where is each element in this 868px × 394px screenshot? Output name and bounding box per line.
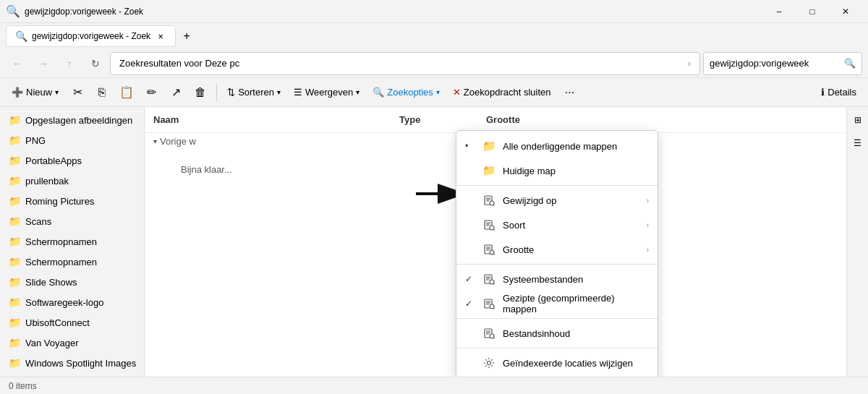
new-label: Nieuw [26,87,52,98]
menu-separator4 [456,348,658,348]
menu-separator3 [456,318,658,319]
menu-item-sort[interactable]: Soort › [456,213,658,237]
menu-check: ✓ [465,274,475,284]
sidebar-item-van-voyager[interactable]: 📁 Van Voyager [0,333,144,353]
paste-button[interactable]: 📋 [115,81,138,104]
doc-search-icon [482,297,495,310]
close-search-icon: ✕ [453,87,461,98]
up-button[interactable]: ↑ [58,52,81,75]
folder-icon: 📁 [9,175,21,187]
new-icon: ➕ [12,87,23,98]
active-tab[interactable]: 🔍 gewijzigdop:vorigeweek - Zoek ✕ [6,25,176,47]
sidebar-item-scans[interactable]: 📁 Scans [0,211,144,231]
sidebar-item-label: Schermopnamen [25,236,97,247]
folder-icon: 📁 [9,317,21,328]
menu-item-system-files[interactable]: ✓ Systeembestanden [456,267,658,291]
sidebar-item-opgeslagen-afbeeldingen[interactable]: 📁 Opgeslagen afbeeldingen [0,110,144,130]
list-view-button[interactable]: ☰ [848,133,868,153]
details-button[interactable]: ℹ Details [815,81,862,104]
sidebar-item-label: Opgeslagen afbeeldingen [25,115,132,126]
view-label: Weergeven [305,87,353,98]
svg-point-38 [488,361,491,365]
address-chevron: › [688,58,691,69]
submenu-chevron-icon: › [647,197,649,205]
sort-chevron-icon: ▾ [277,88,281,96]
menu-item-label: Geïndexeerde locaties wijzigen [503,358,649,369]
folder-icon: 📁 [9,256,21,267]
minimize-button[interactable]: – [762,0,796,23]
new-tab-button[interactable]: + [176,25,197,47]
sidebar-item-schermopnamen1[interactable]: 📁 Schermopnamen [0,231,144,252]
view-icon: ☰ [294,87,302,98]
grid-view-button[interactable]: ⊞ [848,110,868,130]
sidebar-item-schermopnamen2[interactable]: 📁 Schermopnamen [0,252,144,272]
delete-button[interactable]: 🗑 [189,81,212,104]
content-pane: Naam Type Grootte ▾ Vorige w Bijna klaar… [145,107,846,377]
sort-label: Sorteren [238,87,274,98]
navbar: ← → ↑ ↻ Zoekresultaten voor Deze pc › 🔍 [0,49,868,78]
sidebar-item-prullenbak[interactable]: 📁 prullenbak [0,171,144,191]
sidebar-item-softwaregeek-logo[interactable]: 📁 Softwaregeek-logo [0,292,144,312]
address-bar[interactable]: Zoekresultaten voor Deze pc › [110,52,700,75]
menu-item-size[interactable]: Grootte › [456,237,658,262]
folder-icon: 📁 [9,236,21,247]
svg-point-36 [490,334,494,338]
more-options-button[interactable]: ··· [558,81,582,104]
search-input[interactable] [710,58,841,69]
share-button[interactable]: ↗ [164,81,187,104]
menu-item-modified-on[interactable]: Gewijzigd op › [456,188,658,213]
view-button[interactable]: ☰ Weergeven ▾ [288,81,365,104]
svg-point-24 [490,280,494,284]
tab-close-button[interactable]: ✕ [155,30,166,42]
folder-icon: 📁 [9,134,21,146]
sidebar-item-roming-pictures[interactable]: 📁 Roming Pictures [0,191,144,211]
sidebar-item-label: Schermopnamen [25,257,97,267]
sidebar-item-windows-spotlight-images[interactable]: 📁 Windows Spotlight Images [0,353,144,373]
separator1 [216,84,217,101]
search-icon: 🔍 [844,58,856,69]
maximize-button[interactable]: □ [796,0,829,23]
menu-item-compressed-folders[interactable]: ✓ Gezipte (gecomprimeerde) mappen [456,291,658,316]
folder-icon: 📁 [9,215,21,227]
menu-item-label: Bestandsinhoud [503,328,649,339]
right-panel: ⊞ ☰ [846,107,868,377]
svg-point-6 [490,201,494,205]
doc-search-icon [482,243,495,256]
menu-item-current-folder[interactable]: 📁 Huidige map [456,158,658,183]
menu-separator2 [456,264,658,265]
close-search-button[interactable]: ✕ Zoekopdracht sluiten [447,81,557,104]
new-button[interactable]: ➕ Nieuw ▾ [6,81,64,104]
folder-icon: 📁 [9,195,21,207]
copy-button[interactable]: ⎘ [90,81,114,104]
tab-icon: 🔍 [15,30,27,42]
menu-item-file-contents[interactable]: Bestandsinhoud [456,321,658,346]
cut-button[interactable]: ✂ [66,81,89,104]
refresh-button[interactable]: ↻ [84,52,107,75]
search-bar[interactable]: 🔍 [703,52,862,75]
search-options-button[interactable]: 🔍 Zoekopties ▾ [367,81,446,104]
rename-button[interactable]: ✏ [140,81,163,104]
sort-button[interactable]: ⇅ Sorteren ▾ [221,81,286,104]
menu-separator1 [456,185,658,186]
sidebar-item-png[interactable]: 📁 PNG [0,130,144,150]
sidebar-item-label: PNG [25,135,46,146]
dropdown-menu: • 📁 Alle onderliggende mappen 📁 Huidige … [456,130,658,377]
close-search-label: Zoekopdracht sluiten [464,87,551,98]
titlebar: 🔍 gewijzigdop:vorigeweek - Zoek – □ ✕ [0,0,868,23]
folder-icon: 📁 [9,114,21,126]
close-button[interactable]: ✕ [829,0,862,23]
folder-icon: 📁 [482,140,495,153]
tab-label: gewijzigdop:vorigeweek - Zoek [32,31,150,41]
menu-item-indexed-locations[interactable]: Geïndexeerde locaties wijzigen [456,351,658,375]
column-size: Grootte [486,114,520,125]
sidebar-item-slide-shows[interactable]: 📁 Slide Shows [0,272,144,292]
sidebar-item-portableapps[interactable]: 📁 PortableApps [0,150,144,171]
sidebar-item-ubisoftconnect[interactable]: 📁 UbisoftConnect [0,312,144,333]
back-button[interactable]: ← [6,52,29,75]
svg-point-30 [490,304,494,309]
sidebar-item-label: PortableApps [25,155,82,166]
menu-item-all-subfolders[interactable]: • 📁 Alle onderliggende mappen [456,134,658,158]
forward-button[interactable]: → [32,52,55,75]
tab-bar: 🔍 gewijzigdop:vorigeweek - Zoek ✕ + [0,23,868,49]
window-controls: – □ ✕ [762,0,862,23]
